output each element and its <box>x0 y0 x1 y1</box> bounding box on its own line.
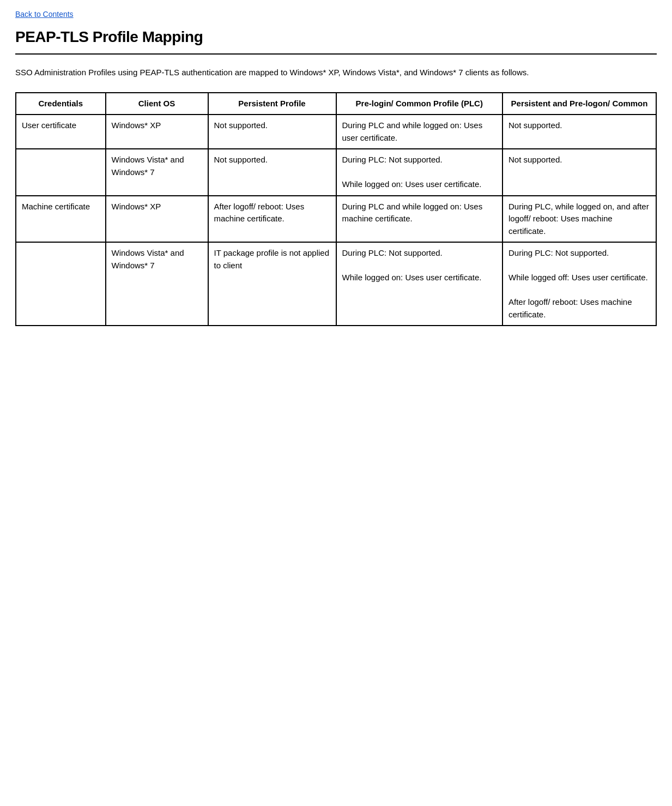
header-persistent-prelogon: Persistent and Pre-logon/ Common <box>503 93 656 115</box>
cell-persistent-prelogon: During PLC, while logged on, and after l… <box>503 196 656 243</box>
cell-persistent-profile: Not supported. <box>208 149 336 196</box>
header-credentials: Credentials <box>16 93 106 115</box>
cell-persistent-profile: IT package profile is not applied to cli… <box>208 242 336 326</box>
peap-tls-table: Credentials Client OS Persistent Profile… <box>15 92 657 327</box>
cell-persistent-prelogon: During PLC: Not supported.While logged o… <box>503 242 656 326</box>
cell-prelogin: During PLC and while logged on: Uses use… <box>336 115 503 149</box>
table-header-row: Credentials Client OS Persistent Profile… <box>16 93 656 115</box>
cell-prelogin: During PLC: Not supported.While logged o… <box>336 242 503 326</box>
page-title: PEAP-TLS Profile Mapping <box>15 28 657 46</box>
cell-persistent-profile: After logoff/ reboot: Uses machine certi… <box>208 196 336 243</box>
cell-persistent-prelogon: Not supported. <box>503 115 656 149</box>
header-prelogin: Pre-login/ Common Profile (PLC) <box>336 93 503 115</box>
cell-client-os: Windows Vista* and Windows* 7 <box>106 242 208 326</box>
cell-credentials: User certificate <box>16 115 106 149</box>
cell-client-os: Windows Vista* and Windows* 7 <box>106 149 208 196</box>
back-to-contents-link[interactable]: Back to Contents <box>15 10 657 19</box>
cell-prelogin: During PLC and while logged on: Uses mac… <box>336 196 503 243</box>
table-row: Windows Vista* and Windows* 7Not support… <box>16 149 656 196</box>
table-row: User certificateWindows* XPNot supported… <box>16 115 656 149</box>
cell-prelogin: During PLC: Not supported.While logged o… <box>336 149 503 196</box>
header-persistent-profile: Persistent Profile <box>208 93 336 115</box>
table-row: Windows Vista* and Windows* 7IT package … <box>16 242 656 326</box>
cell-persistent-prelogon: Not supported. <box>503 149 656 196</box>
cell-client-os: Windows* XP <box>106 115 208 149</box>
cell-credentials <box>16 149 106 196</box>
section-divider <box>15 53 657 55</box>
cell-credentials: Machine certificate <box>16 196 106 243</box>
cell-credentials <box>16 242 106 326</box>
table-row: Machine certificateWindows* XPAfter logo… <box>16 196 656 243</box>
cell-client-os: Windows* XP <box>106 196 208 243</box>
cell-persistent-profile: Not supported. <box>208 115 336 149</box>
intro-paragraph: SSO Administration Profiles using PEAP-T… <box>15 67 657 79</box>
header-client-os: Client OS <box>106 93 208 115</box>
